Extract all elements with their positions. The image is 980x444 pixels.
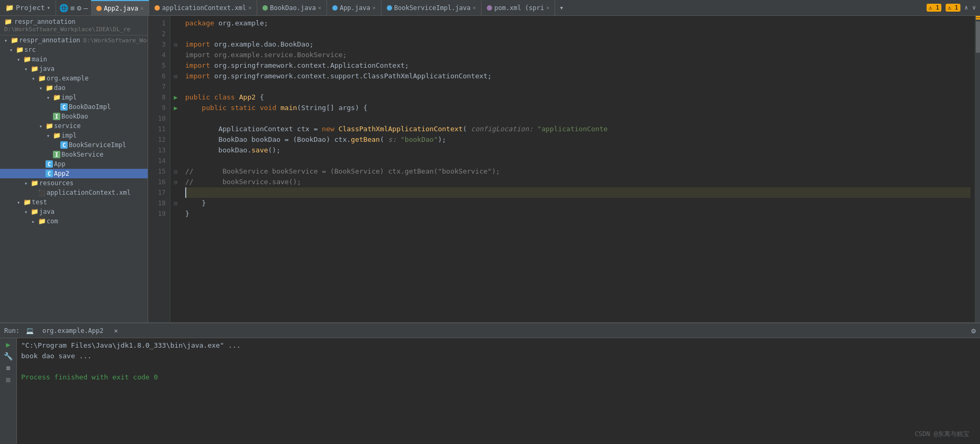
tree-item-bookserviceimpl[interactable]: C BookServiceImpl: [0, 140, 148, 150]
minimize-icon[interactable]: —: [84, 4, 88, 12]
run-tab-close[interactable]: ✕: [114, 327, 118, 334]
tree-item-appctx-file[interactable]: ⬛ applicationContext.xml: [0, 188, 148, 197]
tree-label-test: test: [32, 198, 47, 206]
editor-wrapper: 1 2 3 4 5 6 7 8 9 10 11 12 13 14 15 16 1…: [148, 16, 980, 322]
gutter-icons: ⊟ ⊟ ▶ ▶ ⊟ ⊟ ⊟: [170, 16, 181, 322]
tree-item-app[interactable]: C App: [0, 159, 148, 169]
project-dropdown-icon[interactable]: ▾: [47, 5, 50, 11]
globe-icon[interactable]: 🌐: [59, 4, 68, 12]
console-line-2: book dao save ...: [21, 351, 976, 361]
settings-icon-run[interactable]: ⚙: [972, 327, 976, 335]
collapse-icon[interactable]: ∨: [972, 4, 976, 11]
tab-close-bookserviceimpl[interactable]: ✕: [473, 5, 476, 11]
tree-item-service[interactable]: ▾ 📁 service: [0, 121, 148, 131]
fold-icon-16[interactable]: ⊟: [174, 179, 177, 185]
tree-arrow-com[interactable]: ▸: [30, 219, 37, 224]
tree-item-main[interactable]: ▾ 📁 main: [0, 55, 148, 64]
code-line-12: BookDao bookDao = (BookDao) ctx.getBean(…: [185, 134, 970, 145]
tab-bookserviceimpl[interactable]: BookServiceImpl.java ✕: [382, 0, 482, 15]
tab-close-app[interactable]: ✕: [373, 5, 376, 11]
class-icon-bookdao: I: [52, 113, 61, 120]
project-title: Project: [16, 4, 45, 12]
tree-arrow-dao[interactable]: ▾: [37, 85, 44, 91]
fold-icon-6[interactable]: ⊟: [174, 74, 177, 79]
fold-icon-18[interactable]: ⊟: [174, 201, 177, 206]
tree-item-respr-annotation[interactable]: ▾ 📁 respr_annotation D:\WorkSoftware_Wor…: [0, 35, 148, 45]
run-tab-app2[interactable]: org.example.App2: [40, 327, 106, 334]
tab-app2[interactable]: App2.java ✕: [91, 0, 149, 15]
tree-item-bookdao[interactable]: I BookDao: [0, 112, 148, 121]
code-content[interactable]: package org.example; import org.example.…: [181, 16, 975, 322]
tree-item-dao-impl[interactable]: ▾ 📁 impl: [0, 93, 148, 102]
right-scrollbar[interactable]: [975, 16, 980, 322]
tree-item-test[interactable]: ▾ 📁 test: [0, 197, 148, 207]
tab-app[interactable]: App.java ✕: [327, 0, 382, 15]
tab-close-bookdao[interactable]: ✕: [318, 5, 321, 11]
code-line-10: [185, 113, 970, 124]
folder-icon-respr: 📁: [10, 37, 19, 44]
tree-label-dao-impl: impl: [61, 94, 77, 101]
tree-arrow-resources[interactable]: ▾: [22, 180, 30, 186]
console-area: ▶ 🔧 ≡ ■ "C:\Program Files\Java\jdk1.8.0_…: [0, 338, 980, 444]
tree-arrow-respr[interactable]: ▾: [2, 38, 10, 43]
tab-dot-app: [332, 5, 338, 11]
tree-label-appctx-file: applicationContext.xml: [47, 189, 131, 196]
tab-label-app2: App2.java: [104, 5, 138, 12]
run-icon-9[interactable]: ▶: [174, 104, 177, 112]
tab-pomxml[interactable]: pom.xml (spri ✕: [482, 0, 555, 15]
tree-item-bookservice[interactable]: I BookService: [0, 150, 148, 159]
tree-arrow-dao-impl[interactable]: ▾: [44, 95, 52, 101]
tree-item-bookdaoimpl[interactable]: C BookDaoImpl: [0, 102, 148, 112]
tree-arrow-org[interactable]: ▾: [30, 76, 37, 81]
class-icon-app2: C: [44, 170, 54, 177]
list-icon-console[interactable]: ≡: [6, 364, 10, 372]
tree-arrow-test-java[interactable]: ▾: [22, 209, 30, 215]
folder-icon-dao-impl: 📁: [52, 94, 61, 101]
tree-item-com[interactable]: ▸ 📁 com: [0, 216, 148, 226]
tree-item-resources[interactable]: ▾ 📁 resources: [0, 178, 148, 188]
fold-icon-3[interactable]: ⊟: [174, 42, 177, 48]
tree-item-dao[interactable]: ▾ 📁 dao: [0, 83, 148, 93]
tab-label-appctx: applicationContext.xml: [162, 4, 246, 12]
tab-close-app2[interactable]: ✕: [140, 5, 143, 11]
folder-icon-resources: 📁: [30, 179, 39, 187]
folder-icon-com: 📁: [37, 218, 47, 225]
sidebar-header: 📁respr_annotation D:\WorkSoftware_Workpl…: [0, 16, 148, 35]
folder-icon-dao: 📁: [44, 84, 54, 92]
tab-close-pomxml[interactable]: ✕: [546, 5, 549, 11]
tree-item-src[interactable]: ▾ 📁 src: [0, 45, 148, 55]
stop-icon-console[interactable]: ■: [6, 375, 10, 384]
line-numbers: 1 2 3 4 5 6 7 8 9 10 11 12 13 14 15 16 1…: [148, 16, 170, 322]
main-area: 📁respr_annotation D:\WorkSoftware_Workpl…: [0, 16, 980, 322]
tree-item-java[interactable]: ▾ 📁 java: [0, 64, 148, 74]
tree-item-service-impl[interactable]: ▾ 📁 impl: [0, 131, 148, 140]
tree-label-org: org.example: [47, 75, 88, 82]
tree-label-app2-file: App2: [54, 170, 69, 177]
tab-appctx[interactable]: applicationContext.xml ✕: [149, 0, 257, 15]
fold-icon-15[interactable]: ⊟: [174, 169, 177, 175]
tree-arrow-java[interactable]: ▾: [22, 66, 30, 72]
tree-item-app2[interactable]: C App2: [0, 169, 148, 178]
project-label[interactable]: 📁 Project ▾: [0, 0, 56, 15]
tree-arrow-service-impl[interactable]: ▾: [44, 133, 52, 139]
warning-count-1: ⚠ 1: [927, 4, 941, 12]
tab-bar: 📁 Project ▾ 🌐 ≡ ⚙ — App2.java ✕ applicat…: [0, 0, 980, 16]
console-line-3: [21, 361, 976, 372]
wrench-icon-console[interactable]: 🔧: [4, 352, 13, 360]
list-icon[interactable]: ≡: [70, 4, 75, 12]
tree-label-bookserviceimpl: BookServiceImpl: [69, 141, 126, 149]
expand-icon[interactable]: ∧: [965, 4, 968, 11]
settings-icon[interactable]: ⚙: [77, 4, 81, 12]
tab-more-button[interactable]: ▾: [555, 4, 568, 12]
run-icon-8[interactable]: ▶: [174, 94, 177, 101]
tree-item-org-example[interactable]: ▾ 📁 org.example: [0, 74, 148, 83]
tab-close-appctx[interactable]: ✕: [248, 5, 251, 11]
tab-bookdao[interactable]: BookDao.java ✕: [257, 0, 327, 15]
tree-arrow-src[interactable]: ▾: [7, 47, 15, 53]
tree-item-test-java[interactable]: ▾ 📁 java: [0, 207, 148, 216]
tree-arrow-test[interactable]: ▾: [15, 200, 22, 205]
tree-arrow-service[interactable]: ▾: [37, 123, 44, 129]
code-line-2: [185, 29, 970, 39]
tree-arrow-main[interactable]: ▾: [15, 57, 22, 62]
play-icon-console[interactable]: ▶: [6, 340, 10, 349]
